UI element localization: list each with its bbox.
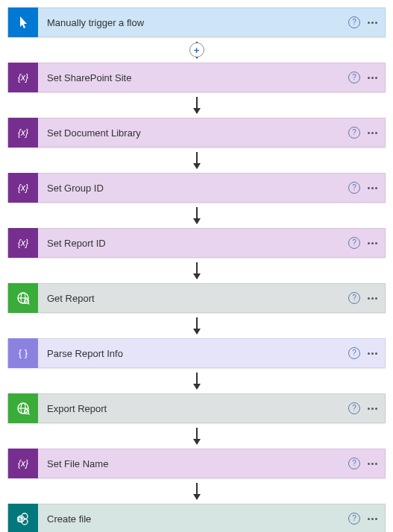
flow-connector: +: [7, 37, 386, 63]
arrow-down-icon: [196, 428, 198, 444]
braces-icon: [8, 338, 38, 368]
flow-step-var-rpt[interactable]: Set Report ID?: [7, 228, 386, 258]
more-icon[interactable]: [368, 463, 377, 465]
step-actions: ?: [348, 292, 385, 304]
step-actions: ?: [348, 72, 385, 83]
step-label: Set Report ID: [38, 238, 348, 249]
flow-connector: [7, 92, 386, 118]
flow-step-var-file[interactable]: Set File Name?: [7, 449, 386, 478]
step-label: Set File Name: [38, 458, 348, 469]
more-icon[interactable]: [368, 187, 377, 189]
help-icon[interactable]: ?: [348, 402, 360, 414]
flow-connector: [7, 258, 386, 283]
globe-icon: [8, 283, 38, 313]
help-icon[interactable]: ?: [348, 237, 360, 249]
step-actions: ?: [348, 127, 385, 139]
var-icon: [8, 449, 38, 478]
step-label: Export Report: [38, 403, 348, 414]
add-step-button[interactable]: +: [189, 42, 204, 57]
arrow-down-icon: [196, 262, 198, 279]
arrow-down-icon: [196, 97, 198, 113]
more-icon[interactable]: [368, 408, 377, 410]
flow-step-trigger[interactable]: Manually trigger a flow?: [7, 7, 386, 37]
flow-step-sp-file[interactable]: Create file?: [7, 504, 386, 532]
var-icon: [8, 118, 38, 148]
arrow-down-icon: [196, 207, 198, 224]
flow-step-var-lib[interactable]: Set Document Library?: [7, 118, 386, 148]
flow-container: Manually trigger a flow?+Set SharePoint …: [7, 7, 386, 532]
more-icon[interactable]: [368, 132, 377, 134]
help-icon[interactable]: ?: [348, 182, 360, 194]
flow-step-export[interactable]: Export Report?: [7, 393, 386, 423]
flow-connector: [7, 203, 386, 228]
var-icon: [8, 173, 38, 203]
var-icon: [8, 228, 38, 258]
more-icon[interactable]: [368, 518, 377, 520]
arrow-down-icon: [196, 483, 198, 499]
flow-step-var-site[interactable]: Set SharePoint Site?: [7, 63, 386, 92]
step-label: Set Group ID: [38, 183, 348, 194]
sp-icon: [8, 504, 38, 532]
arrow-down-icon: [196, 373, 198, 389]
flow-connector: [7, 478, 386, 504]
more-icon[interactable]: [368, 242, 377, 244]
help-icon[interactable]: ?: [348, 457, 360, 469]
help-icon[interactable]: ?: [348, 513, 360, 525]
step-label: Parse Report Info: [38, 348, 348, 359]
step-actions: ?: [348, 182, 385, 194]
flow-step-var-grp[interactable]: Set Group ID?: [7, 173, 386, 203]
more-icon[interactable]: [368, 352, 377, 355]
step-label: Get Report: [38, 293, 348, 304]
step-actions: ?: [348, 513, 385, 525]
step-actions: ?: [348, 457, 385, 469]
arrow-down-icon: [196, 317, 198, 334]
flow-step-parse[interactable]: Parse Report Info?: [7, 338, 386, 368]
globe-icon: [8, 393, 38, 423]
step-actions: ?: [348, 402, 385, 414]
arrow-down-icon: [196, 152, 198, 168]
step-actions: ?: [348, 347, 385, 359]
help-icon[interactable]: ?: [348, 16, 360, 28]
step-label: Set SharePoint Site: [38, 72, 348, 83]
pointer-icon: [8, 7, 38, 37]
step-actions: ?: [348, 16, 385, 28]
more-icon[interactable]: [368, 297, 377, 300]
step-actions: ?: [348, 237, 385, 249]
flow-connector: [7, 423, 386, 449]
step-label: Set Document Library: [38, 127, 348, 139]
flow-connector: [7, 148, 386, 173]
flow-connector: [7, 313, 386, 338]
help-icon[interactable]: ?: [348, 347, 360, 359]
help-icon[interactable]: ?: [348, 292, 360, 304]
help-icon[interactable]: ?: [348, 72, 360, 83]
more-icon[interactable]: [368, 77, 377, 79]
flow-connector: [7, 368, 386, 393]
var-icon: [8, 63, 38, 92]
flow-step-get-rpt[interactable]: Get Report?: [7, 283, 386, 313]
step-label: Manually trigger a flow: [38, 17, 348, 28]
step-label: Create file: [38, 513, 348, 525]
more-icon[interactable]: [368, 22, 377, 24]
help-icon[interactable]: ?: [348, 127, 360, 139]
